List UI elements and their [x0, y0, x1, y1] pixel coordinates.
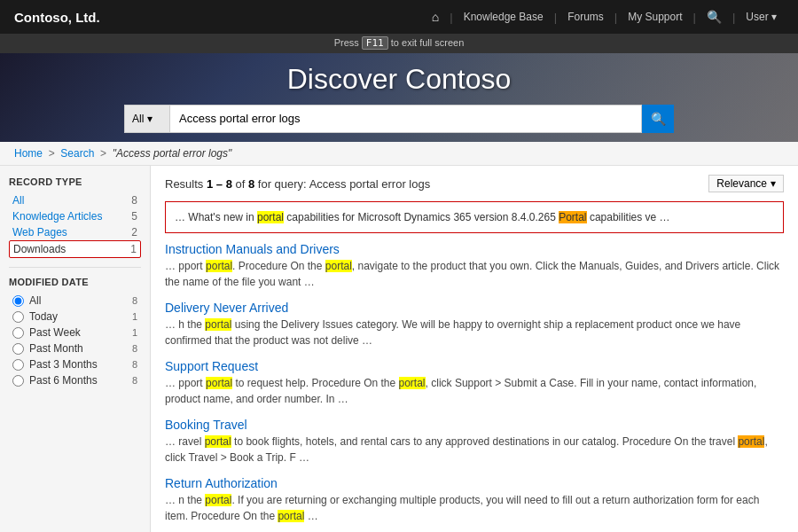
search-input[interactable] [170, 105, 642, 133]
sidebar: Record Type All 8 Knowledge Articles 5 W… [0, 166, 151, 532]
result-title-3[interactable]: Support Request [165, 359, 784, 373]
search-icon[interactable]: 🔍 [700, 10, 729, 24]
result-item: Return Authorization … n the portal. If … [165, 476, 784, 524]
filter-dl-label: Downloads [13, 243, 66, 255]
nav-my-support[interactable]: My Support [621, 11, 689, 23]
date-all-label: All [29, 294, 41, 307]
hero-title: Discover Contoso [287, 63, 512, 96]
date-past-week[interactable]: Past Week 1 [9, 325, 141, 340]
breadcrumb-current: "Access portal error logs" [113, 147, 232, 160]
search-button[interactable]: 🔍 [642, 105, 674, 133]
result-snippet-4: … ravel portal to book flights, hotels, … [165, 434, 784, 466]
chevron-down-icon: ▾ [147, 113, 153, 125]
portal-highlight-2: Portal [559, 211, 586, 223]
date-past-month-count: 8 [132, 343, 137, 354]
filter-wp-count: 2 [131, 226, 137, 239]
search-bar: All ▾ 🔍 [124, 105, 674, 133]
fullscreen-notice: Press F11 to exit full screen [0, 34, 798, 53]
brand-name: Contoso, Ltd. [14, 10, 100, 25]
breadcrumb-search[interactable]: Search [60, 147, 94, 160]
modified-date-title: Modified date [9, 277, 141, 287]
date-past-6-months-label: Past 6 Months [29, 374, 98, 387]
filter-web-pages[interactable]: Web Pages 2 [9, 224, 141, 240]
sort-select[interactable]: Relevance ▾ [708, 175, 784, 192]
search-type-select[interactable]: All ▾ [124, 105, 170, 133]
result-snippet-3: … pport portal to request help. Procedur… [165, 375, 784, 407]
result-title-4[interactable]: Booking Travel [165, 418, 784, 432]
top-nav: Contoso, Ltd. ⌂ | Knowledge Base | Forum… [0, 0, 798, 34]
result-item: Booking Travel … ravel portal to book fl… [165, 418, 784, 466]
filter-wp-label: Web Pages [12, 226, 67, 239]
result-snippet-2: … h the portal using the Delivery Issues… [165, 317, 784, 348]
home-icon[interactable]: ⌂ [425, 10, 446, 24]
results-range: 1 – 8 [207, 177, 232, 191]
date-past-6-months[interactable]: Past 6 Months 8 [9, 372, 141, 388]
date-past-3-months-label: Past 3 Months [29, 358, 98, 371]
f11-key: F11 [362, 36, 388, 50]
date-past-3-months[interactable]: Past 3 Months 8 [9, 356, 141, 372]
featured-result: … What's new in portal capabilities for … [165, 201, 784, 233]
date-today-count: 1 [132, 311, 137, 322]
chevron-down-icon: ▾ [771, 177, 776, 190]
breadcrumb: Home > Search > "Access portal error log… [0, 142, 798, 166]
filter-all-label: All [12, 194, 24, 207]
date-today[interactable]: Today 1 [9, 309, 141, 325]
date-today-label: Today [29, 310, 58, 323]
date-past-week-count: 1 [132, 327, 137, 338]
content-wrapper: Home > Search > "Access portal error log… [0, 142, 798, 532]
date-past-3-months-count: 8 [132, 359, 137, 370]
date-past-month[interactable]: Past Month 8 [9, 340, 141, 356]
result-title-5[interactable]: Return Authorization [165, 476, 784, 490]
result-title-1[interactable]: Instruction Manuals and Drivers [165, 242, 784, 256]
filter-ka-count: 5 [131, 210, 137, 223]
body-area: Record Type All 8 Knowledge Articles 5 W… [0, 166, 798, 532]
nav-knowledge-base[interactable]: Knowledge Base [457, 11, 551, 23]
result-snippet-1: … pport portal. Procedure On the portal,… [165, 258, 784, 290]
date-past-month-label: Past Month [29, 342, 83, 355]
date-past-6-months-count: 8 [132, 375, 137, 386]
result-snippet-5: … n the portal. If you are returning or … [165, 492, 784, 524]
record-type-title: Record Type [9, 176, 141, 187]
user-menu[interactable]: User ▾ [739, 11, 784, 23]
results-summary: Results 1 – 8 of 8 for query: Access por… [165, 177, 430, 191]
results-header: Results 1 – 8 of 8 for query: Access por… [165, 175, 784, 192]
result-item: Instruction Manuals and Drivers … pport … [165, 242, 784, 290]
hero-section: Discover Contoso All ▾ 🔍 [0, 53, 798, 142]
filter-dl-count: 1 [130, 243, 137, 255]
filter-all-count: 8 [131, 194, 137, 207]
result-title-2[interactable]: Delivery Never Arrived [165, 301, 784, 315]
portal-highlight: portal [257, 211, 284, 223]
filter-ka-label: Knowledge Articles [12, 210, 102, 223]
date-all-count: 8 [132, 295, 137, 306]
result-item: Delivery Never Arrived … h the portal us… [165, 301, 784, 348]
results-area: Results 1 – 8 of 8 for query: Access por… [151, 166, 798, 532]
filter-all[interactable]: All 8 [9, 192, 141, 208]
filter-downloads[interactable]: Downloads 1 [9, 240, 141, 258]
date-all[interactable]: All 8 [9, 293, 141, 309]
nav-links: ⌂ | Knowledge Base | Forums | My Support… [425, 10, 784, 24]
breadcrumb-home[interactable]: Home [14, 147, 43, 160]
nav-forums[interactable]: Forums [560, 11, 611, 23]
date-past-week-label: Past Week [29, 326, 81, 339]
result-item: Support Request … pport portal to reques… [165, 359, 784, 407]
filter-knowledge-articles[interactable]: Knowledge Articles 5 [9, 208, 141, 224]
